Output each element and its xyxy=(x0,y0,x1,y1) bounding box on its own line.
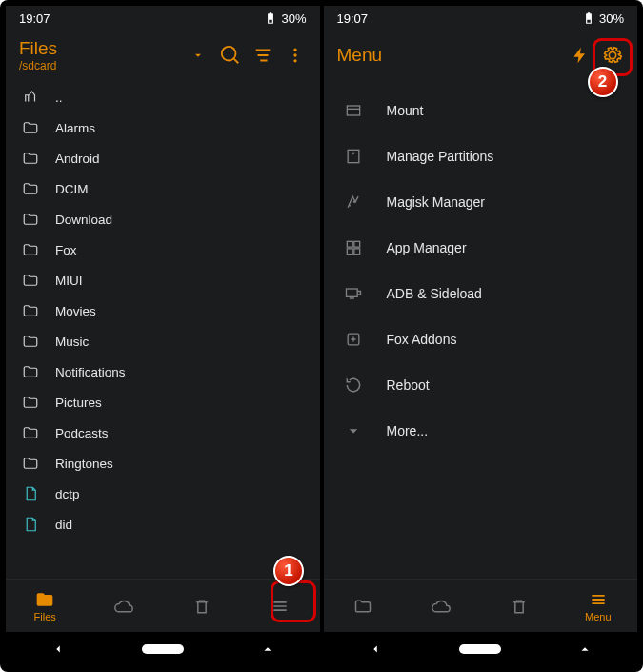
more-icon[interactable] xyxy=(284,44,307,67)
menu-list: MountManage PartitionsMagisk ManagerApp … xyxy=(324,80,638,579)
menu-item[interactable]: ADB & Sideload xyxy=(328,271,634,316)
status-bar: 19:07 30% xyxy=(6,6,320,31)
folder-item[interactable]: Notifications xyxy=(11,356,314,387)
menu-item[interactable]: Fox Addons xyxy=(328,316,634,362)
nav-cloud[interactable] xyxy=(84,580,162,632)
system-nav xyxy=(6,632,320,666)
parent-dir[interactable]: .. xyxy=(11,82,314,112)
addon-icon xyxy=(343,329,364,350)
menu-item-label: Magisk Manager xyxy=(387,194,486,210)
item-label: did xyxy=(55,518,72,532)
item-label: .. xyxy=(55,91,63,105)
status-time: 19:07 xyxy=(337,11,369,26)
recents-button[interactable] xyxy=(556,642,613,656)
system-nav xyxy=(324,632,638,666)
item-label: Pictures xyxy=(55,396,102,410)
svg-point-0 xyxy=(293,49,296,51)
svg-rect-9 xyxy=(347,249,352,255)
folder-item[interactable]: Fox xyxy=(11,234,314,265)
svg-rect-3 xyxy=(347,106,359,115)
menu-item[interactable]: Reboot xyxy=(328,362,634,408)
recents-button[interactable] xyxy=(239,642,296,656)
folder-item[interactable]: DCIM xyxy=(11,173,314,204)
home-button[interactable] xyxy=(134,644,191,654)
nav-files[interactable]: Files xyxy=(6,580,84,632)
svg-rect-5 xyxy=(348,150,359,162)
reboot-icon xyxy=(343,375,364,396)
item-label: Alarms xyxy=(55,121,95,135)
menu-item[interactable]: Mount xyxy=(328,88,634,133)
folder-icon xyxy=(21,240,40,259)
wand-icon xyxy=(343,192,364,213)
menu-item-label: Manage Partitions xyxy=(387,149,494,164)
folder-icon xyxy=(21,301,40,320)
folder-item[interactable]: Podcasts xyxy=(11,417,314,448)
chevron-down-icon[interactable] xyxy=(187,44,210,67)
folder-item[interactable]: Movies xyxy=(11,295,314,326)
svg-rect-7 xyxy=(347,241,352,247)
folder-item[interactable]: Music xyxy=(11,326,314,356)
svg-point-1 xyxy=(293,53,296,56)
home-button[interactable] xyxy=(452,644,509,654)
bottom-nav: Menu xyxy=(324,579,638,632)
menu-item-label: Fox Addons xyxy=(387,332,457,347)
svg-rect-10 xyxy=(353,249,359,255)
folder-icon xyxy=(21,118,40,137)
folder-icon xyxy=(21,149,40,168)
menu-item-label: More... xyxy=(387,423,429,438)
menu-item[interactable]: App Manager xyxy=(328,225,634,271)
folder-item[interactable]: Alarms xyxy=(11,112,314,143)
up-icon xyxy=(21,88,40,107)
item-label: Android xyxy=(55,152,100,166)
bottom-nav: Files xyxy=(6,579,320,632)
search-icon[interactable] xyxy=(219,44,242,67)
battery-icon xyxy=(264,11,277,25)
header-title: Files xyxy=(19,38,177,59)
folder-icon xyxy=(21,179,40,198)
folder-icon xyxy=(21,362,40,381)
item-label: Music xyxy=(55,335,89,349)
folder-icon xyxy=(21,332,40,351)
back-button[interactable] xyxy=(30,642,87,656)
nav-cloud[interactable] xyxy=(402,580,480,632)
folder-item[interactable]: Ringtones xyxy=(11,448,314,479)
nav-trash[interactable] xyxy=(480,580,558,632)
back-button[interactable] xyxy=(347,642,404,656)
nav-trash[interactable] xyxy=(163,580,241,632)
phone-left: 19:07 30% Files /sdcard .. xyxy=(4,4,322,668)
folder-item[interactable]: Pictures xyxy=(11,387,314,417)
grid-icon xyxy=(343,237,364,258)
files-header: Files /sdcard xyxy=(6,31,320,82)
phone-right: 19:07 30% Menu MountManage PartitionsMag… xyxy=(322,4,640,668)
menu-item-label: ADB & Sideload xyxy=(387,286,482,301)
file-item[interactable]: did xyxy=(11,509,314,540)
status-battery: 30% xyxy=(264,11,306,26)
status-battery: 30% xyxy=(582,11,624,26)
nav-files[interactable] xyxy=(324,580,402,632)
file-item[interactable]: dctp xyxy=(11,479,314,509)
item-label: Ringtones xyxy=(55,457,113,471)
item-label: Fox xyxy=(55,243,77,257)
status-time: 19:07 xyxy=(19,11,50,26)
menu-item-label: Mount xyxy=(387,103,424,118)
sort-icon[interactable] xyxy=(251,44,274,67)
flash-icon[interactable] xyxy=(569,44,592,67)
folder-item[interactable]: Download xyxy=(11,204,314,234)
folder-item[interactable]: Android xyxy=(11,143,314,173)
callout-1-badge: 1 xyxy=(273,556,304,586)
folder-item[interactable]: MIUI xyxy=(11,265,314,295)
menu-item[interactable]: Manage Partitions xyxy=(328,133,634,179)
item-label: dctp xyxy=(55,487,80,501)
menu-item[interactable]: More... xyxy=(328,408,634,454)
item-label: Podcasts xyxy=(55,426,109,440)
chevron-down-icon xyxy=(343,420,364,441)
callout-2-badge: 2 xyxy=(588,67,618,97)
nav-menu[interactable] xyxy=(241,580,319,632)
item-label: Movies xyxy=(55,304,96,318)
folder-icon xyxy=(21,423,40,442)
folder-icon xyxy=(21,210,40,229)
item-label: Notifications xyxy=(55,365,126,379)
menu-item[interactable]: Magisk Manager xyxy=(328,179,634,225)
nav-menu[interactable]: Menu xyxy=(559,580,637,632)
gear-icon[interactable] xyxy=(601,44,624,67)
